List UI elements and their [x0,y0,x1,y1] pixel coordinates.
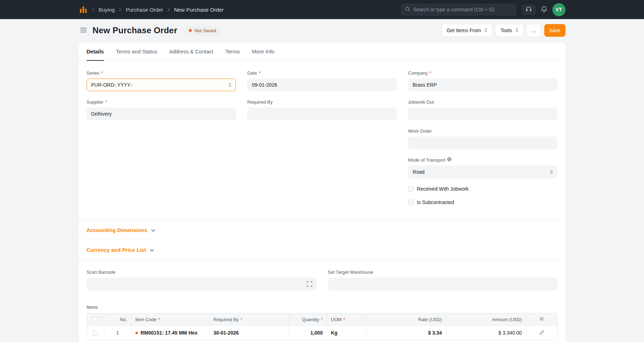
tab-terms[interactable]: Terms [225,42,240,61]
set-target-warehouse-input[interactable] [328,278,558,290]
select-chevrons-icon [550,169,553,174]
col-rate: Rate (USD) [366,313,446,326]
global-search[interactable] [401,4,517,16]
required-marker: * [101,70,103,76]
edit-row-button[interactable] [539,330,544,336]
notifications-button[interactable] [541,6,547,13]
chevron-right-icon [92,8,94,12]
company-field: Company * [408,70,558,91]
series-select[interactable]: PUR-ORD-.YYYY.- [87,79,236,91]
col-uom: UOM * [327,313,366,326]
items-section-label: Items [87,305,558,310]
mode-of-transport-field: Mode of Transport Road [408,157,558,178]
get-items-from-button[interactable]: Get Items From [442,24,492,37]
scan-barcode-input[interactable] [87,278,317,290]
row-no-cell: 1 [104,326,132,340]
mode-of-transport-select[interactable]: Road [408,166,558,178]
tab-terms-and-status[interactable]: Terms and Status [116,42,157,61]
company-input[interactable] [408,79,558,91]
unsaved-row-dot-icon [135,332,138,334]
gear-icon [539,316,544,323]
required-by-field: Required By [247,99,397,120]
page-header: New Purchase Order Not Saved Get Items F… [0,19,644,42]
row-amount-cell: $ 3,340.00 [446,326,526,340]
scan-barcode-label: Scan Barcode [87,269,116,276]
required-marker: * [240,317,242,322]
col-quantity: Quantity * [289,313,327,326]
col-no: No. [104,313,132,326]
globe-icon [447,157,452,163]
chevron-right-icon [119,8,121,12]
search-input[interactable] [413,7,512,12]
date-input[interactable] [247,79,397,91]
menu-icon [80,28,87,34]
save-button[interactable]: Save [544,24,565,37]
row-quantity-cell[interactable]: 1,000 [289,326,327,340]
items-section: Items No. Item Code * Required By * Quan… [79,301,565,342]
jobwork-out-label: Jobwork Out [408,99,434,105]
tab-more-info[interactable]: More Info [252,42,274,61]
row-select-checkbox[interactable] [93,330,98,336]
breadcrumb-new-purchase-order[interactable]: New Purchase Order [174,7,224,13]
is-subcontracted-checkbox[interactable] [408,199,414,205]
received-with-jobwork-checkbox[interactable] [408,186,414,192]
is-subcontracted-label: Is Subcontracted [417,199,454,205]
section-currency-and-price-list[interactable]: Currency and Price List [79,240,565,260]
required-by-input[interactable] [247,108,397,120]
barcode-warehouse-row: Scan Barcode Set Target Warehouse [79,260,565,301]
col-item-code: Item Code * [132,313,210,326]
help-headset-button[interactable] [522,4,536,15]
details-form: Series * PUR-ORD-.YYYY.- Supplier * [79,61,565,220]
tools-label: Tools [500,28,512,33]
sidebar-toggle-button[interactable] [79,26,88,35]
breadcrumb: Buying Purchase Order New Purchase Order [92,7,224,13]
chevron-down-icon [151,227,155,233]
is-subcontracted-field: Is Subcontracted [408,199,558,205]
top-navbar: Buying Purchase Order New Purchase Order [0,0,644,19]
row-required-by-cell[interactable]: 30-01-2026 [210,326,289,340]
breadcrumb-purchase-order[interactable]: Purchase Order [126,7,163,13]
row-uom-cell[interactable]: Kg [327,326,366,340]
select-all-cell [87,313,104,326]
select-all-checkbox[interactable] [93,317,98,322]
search-icon [405,6,410,13]
received-with-jobwork-field: Received With Jobwork [408,186,558,192]
status-badge-label: Not Saved [195,28,216,33]
received-with-jobwork-label: Received With Jobwork [417,186,469,192]
required-marker: * [105,99,107,105]
status-badge: Not Saved [184,26,221,35]
section-accounting-dimensions[interactable]: Accounting Dimensions [79,220,565,240]
chevron-down-icon [150,247,154,253]
jobwork-out-field: Jobwork Out [408,99,558,120]
series-field: Series * PUR-ORD-.YYYY.- [87,70,236,91]
work-order-label: Work Order [408,128,432,134]
app-logo-icon[interactable] [79,5,88,14]
required-by-label: Required By [247,99,273,105]
work-order-input[interactable] [408,137,558,149]
row-select-cell [87,326,104,340]
select-chevrons-icon [484,28,487,34]
company-label: Company [408,70,428,76]
grid-settings-button[interactable] [539,316,544,323]
required-marker: * [259,70,261,76]
breadcrumb-buying[interactable]: Buying [99,7,115,13]
more-menu-button[interactable]: ... [527,24,541,37]
required-marker: * [343,317,345,322]
user-avatar[interactable]: VT [552,3,565,16]
supplier-input[interactable] [87,108,236,120]
col-required-by: Required By * [210,313,289,326]
form-card: Details Terms and Status Address & Conta… [79,42,565,342]
get-items-from-label: Get Items From [447,28,481,33]
row-item-code-cell[interactable]: RM00151: 17.45 MM Hex [132,326,210,340]
jobwork-out-input[interactable] [408,108,558,120]
tab-details[interactable]: Details [87,42,104,61]
chevron-right-icon [167,8,170,12]
required-marker: * [321,317,323,322]
row-rate-cell[interactable]: $ 3.34 [366,326,446,340]
supplier-label: Supplier [87,99,104,105]
currency-price-list-title: Currency and Price List [87,247,146,253]
series-label: Series [87,70,100,76]
tab-address-contact[interactable]: Address & Contact [169,42,213,61]
tools-button[interactable]: Tools [495,24,523,37]
scan-icon[interactable] [307,281,312,288]
